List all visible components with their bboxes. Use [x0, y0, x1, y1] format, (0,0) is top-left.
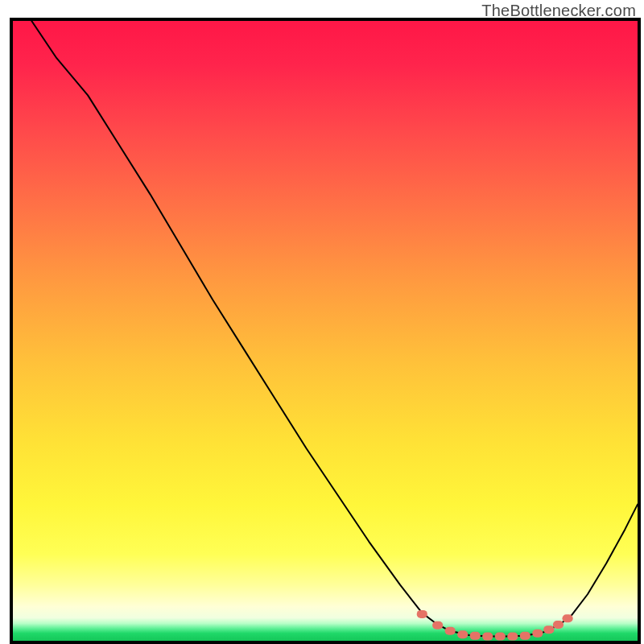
curve-marker: [457, 630, 468, 638]
curve-marker: [445, 627, 456, 635]
curve-marker: [543, 625, 554, 634]
chart-overlay: [13, 21, 638, 641]
curve-marker: [532, 630, 543, 638]
curve-marker: [553, 621, 564, 629]
curve-marker: [417, 610, 427, 618]
bottleneck-curve: [31, 21, 638, 637]
plot-area: [10, 18, 641, 644]
curve-marker: [562, 614, 572, 622]
chart-stage: TheBottlenecker.com: [0, 0, 644, 644]
watermark-text: TheBottlenecker.com: [481, 2, 636, 20]
curve-marker: [482, 633, 493, 641]
curve-marker: [520, 632, 530, 640]
curve-marker: [432, 621, 443, 630]
curve-marker: [495, 633, 506, 641]
curve-marker: [470, 632, 481, 640]
curve-marker: [507, 633, 518, 641]
